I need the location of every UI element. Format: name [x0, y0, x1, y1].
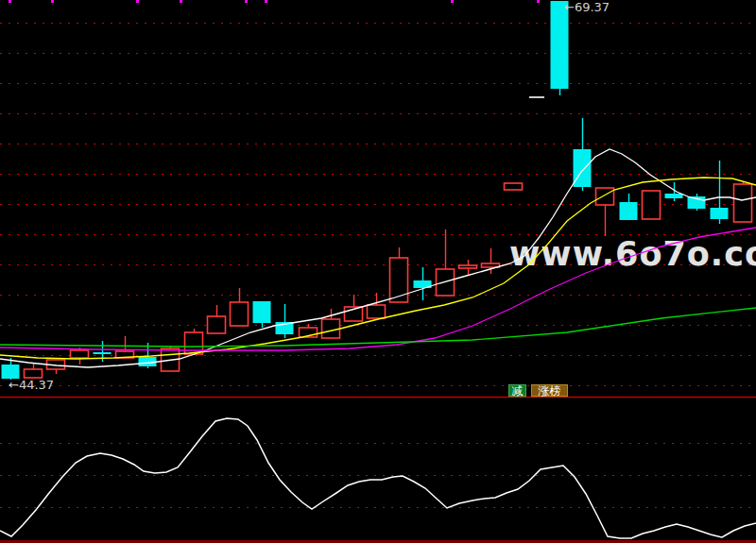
- top-marker: [451, 0, 454, 3]
- watermark-text: www.6o7o.com: [509, 235, 756, 273]
- candle-down-0: [2, 365, 20, 379]
- candle-up-22: [505, 183, 523, 190]
- candlestick-chart-canvas[interactable]: www.6o7o.com ←69.37←44.37: [0, 0, 756, 543]
- gainers-list-button[interactable]: 涨榜: [531, 384, 568, 397]
- candle-up-20: [459, 265, 477, 268]
- candle-down-25: [574, 149, 592, 187]
- candle-down-4: [94, 352, 112, 354]
- top-marker: [537, 0, 540, 3]
- stock-chart-window: www.6o7o.com ←69.37←44.37 减 涨榜: [0, 0, 756, 543]
- candle-up-1: [25, 369, 43, 378]
- candle-up-10: [231, 302, 249, 326]
- candle-up-32: [734, 184, 752, 222]
- candle-up-9: [208, 316, 226, 333]
- candle-up-19: [437, 269, 455, 296]
- top-marker: [265, 0, 267, 3]
- candle-up-17: [390, 258, 408, 302]
- candle-down-11: [253, 301, 271, 323]
- candle-up-14: [322, 319, 340, 338]
- top-marker: [9, 0, 11, 3]
- candle-down-27: [620, 202, 638, 220]
- oscillator-polyline: [0, 418, 756, 538]
- candle-up-16: [368, 305, 386, 318]
- price-label-1: ←44.37: [9, 378, 54, 392]
- indicator-line: [0, 418, 756, 538]
- top-marker: [245, 0, 248, 3]
- top-edge-markers: [9, 0, 540, 3]
- candle-up-3: [71, 350, 89, 358]
- candles: [2, 1, 752, 380]
- price-label-0: ←69.37: [564, 0, 610, 14]
- candle-up-26: [596, 188, 614, 205]
- candle-down-31: [711, 208, 729, 219]
- top-marker: [136, 0, 139, 3]
- candle-up-28: [643, 191, 661, 219]
- top-marker: [180, 0, 182, 3]
- decrease-tag-button[interactable]: 减: [508, 384, 526, 397]
- top-marker: [51, 0, 54, 3]
- candle-down-29: [665, 194, 683, 198]
